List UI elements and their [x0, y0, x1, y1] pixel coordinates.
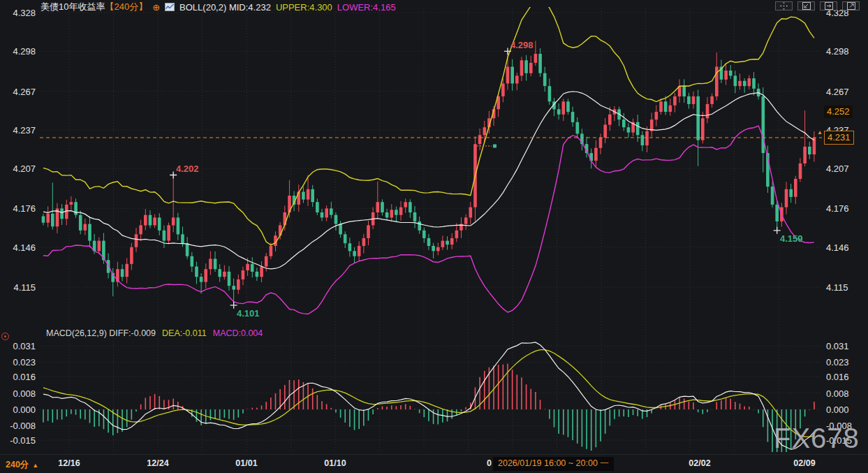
export-left-icon	[802, 2, 811, 10]
price-chart-canvas[interactable]	[0, 0, 868, 473]
chart-svg	[0, 0, 868, 473]
macd-dea-value: DEA:-0.011	[162, 328, 207, 338]
last-price-badge: 4.231	[824, 131, 854, 145]
price-axis-label: 4.267	[826, 87, 849, 97]
pan-tool-button[interactable]	[775, 1, 793, 10]
timeframe-indicator[interactable]: 240分 ▲	[6, 459, 38, 471]
macd-axis-label: 0.000	[1, 405, 36, 415]
add-indicator-icon[interactable]: ⊕	[152, 3, 160, 12]
selected-time-badge: 2026/01/19 16:00 ~ 20:00 一	[493, 457, 614, 471]
price-axis-label: 4.267	[1, 87, 36, 97]
watermark: FX678	[774, 423, 860, 454]
extreme-price-annotation: 4.159	[780, 233, 803, 244]
macd-axis-label: 0.008	[1, 388, 36, 399]
x-axis-label: 01/10	[324, 458, 346, 468]
extreme-price-annotation: 4.298	[510, 40, 534, 50]
x-axis-label: 02/09	[793, 458, 815, 468]
open-in-window-button[interactable]	[842, 1, 860, 10]
macd-axis-label: 0.016	[826, 372, 849, 382]
macd-axis-label: 0.031	[826, 341, 849, 351]
macd-value: MACD:0.004	[213, 328, 263, 338]
macd-label: MACD(26,12,9) DIFF:-0.009	[46, 328, 156, 338]
extreme-price-annotation: 4.101	[237, 308, 260, 319]
price-axis-label: 4.115	[826, 282, 848, 293]
macd-axis-label: -0.015	[1, 435, 36, 446]
price-axis-label: 4.115	[1, 282, 36, 293]
macd-axis-label: 0.000	[826, 405, 849, 415]
chart-app: 美债10年收益率【240分】 ⊕ BOLL(20,2) MID:4.232 UP…	[0, 0, 868, 473]
x-axis-label: 01/01	[235, 458, 257, 468]
timeframe-arrow-icon: ▲	[32, 462, 38, 469]
x-axis-label: 02/02	[689, 458, 710, 468]
instrument-name: 美债10年收益率	[41, 1, 105, 12]
pan-icon	[780, 2, 788, 10]
chart-toolbar	[775, 1, 860, 10]
price-axis-label: 4.237	[1, 125, 36, 136]
export-pane-right-button[interactable]	[820, 1, 837, 10]
price-axis-label: 4.298	[826, 46, 849, 57]
macd-axis-label: 0.031	[1, 341, 36, 351]
chart-header: 美债10年收益率【240分】 ⊕ BOLL(20,2) MID:4.232 UP…	[41, 1, 396, 13]
x-axis-label: 12/16	[58, 458, 80, 468]
x-axis-label: 12/24	[147, 458, 168, 468]
export-right-icon	[825, 2, 833, 10]
instrument-title: 美债10年收益率【240分】	[41, 1, 147, 13]
macd-axis-label: 0.016	[1, 372, 36, 382]
covered-tick-char: 0	[487, 458, 492, 468]
boll-upper-value: UPPER:4.300	[276, 2, 332, 13]
price-axis-label: 4.176	[826, 203, 849, 214]
macd-axis-label: 0.023	[1, 357, 36, 368]
extreme-price-annotation: 4.202	[176, 163, 199, 174]
macd-diff-value: DIFF:-0.009	[109, 328, 156, 338]
macd-header: MACD(26,12,9) DIFF:-0.009 DEA:-0.011 MAC…	[46, 328, 263, 338]
boll-label: BOLL(20,2) MID:4.232	[179, 2, 271, 13]
price-axis-label: 4.298	[1, 46, 36, 57]
macd-axis-label: 0.023	[826, 357, 849, 368]
boll-lower-value: LOWER:4.165	[337, 2, 396, 13]
price-axis-label: 4.207	[1, 163, 36, 174]
price-axis-label: 4.146	[826, 242, 849, 253]
price-axis-label: 4.207	[826, 163, 849, 174]
last-price-arrow-icon: ▲	[817, 129, 823, 136]
open-window-icon	[847, 2, 855, 10]
export-pane-left-button[interactable]	[797, 1, 815, 10]
price-axis-label: 4.328	[1, 8, 36, 18]
boll-mid-value: MID:4.232	[229, 2, 271, 13]
price-axis-label: 4.176	[1, 203, 36, 214]
price-axis-label: 4.146	[1, 242, 36, 253]
chart-type-icon[interactable]	[165, 3, 175, 11]
day-high-badge: 4.252	[824, 105, 853, 118]
period-tag: 【240分】	[105, 1, 147, 12]
macd-axis-label: -0.008	[1, 421, 36, 431]
axis-separator	[0, 454, 868, 455]
macd-axis-label: 0.008	[826, 388, 849, 399]
indicator-settings-icon[interactable]	[1, 333, 9, 340]
